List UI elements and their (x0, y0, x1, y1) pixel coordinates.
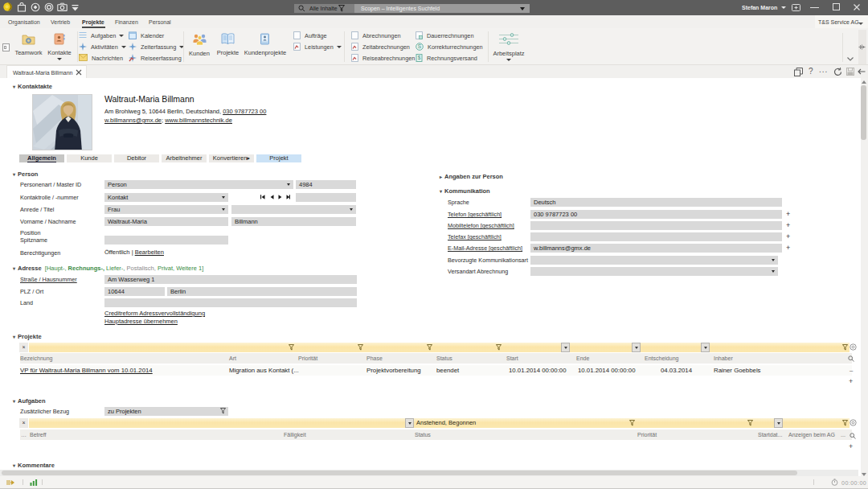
svg-text:$: $ (418, 55, 421, 60)
svg-text:S: S (418, 43, 422, 49)
